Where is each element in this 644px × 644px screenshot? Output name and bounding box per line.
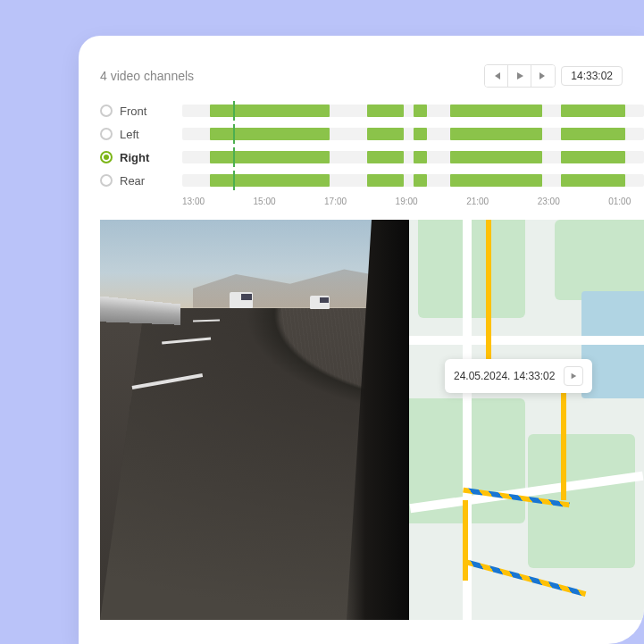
- map-park: [418, 220, 525, 318]
- recording-segment: [450, 105, 542, 117]
- time-axis: 13:0015:0017:0019:0021:0023:0001:00: [100, 197, 644, 209]
- time-tick: 23:00: [538, 197, 560, 206]
- recording-segment: [450, 128, 542, 140]
- channel-name: Right: [120, 151, 149, 164]
- time-tick: 19:00: [396, 197, 418, 206]
- time-tick: 13:00: [182, 197, 205, 206]
- recording-segment: [561, 174, 625, 187]
- recording-segment: [414, 105, 428, 117]
- lane-marking: [162, 338, 211, 345]
- playhead[interactable]: [233, 171, 235, 190]
- vehicle: [230, 292, 253, 308]
- map-view[interactable]: 24.05.2024. 14:33:02: [409, 220, 644, 620]
- recording-segment: [210, 128, 330, 140]
- channel-row: Left: [100, 123, 644, 145]
- channel-name: Front: [120, 105, 146, 118]
- lane-marking: [131, 373, 202, 389]
- recording-segment: [561, 151, 625, 163]
- channel-row: Rear: [100, 170, 644, 191]
- recording-segment: [210, 105, 330, 117]
- lane-marking: [193, 319, 220, 322]
- radio-icon: [100, 105, 113, 117]
- recording-segment: [210, 174, 330, 187]
- skip-back-button[interactable]: [485, 65, 508, 87]
- playhead[interactable]: [233, 147, 235, 167]
- play-button[interactable]: [508, 65, 531, 87]
- vehicle: [310, 296, 330, 309]
- skip-forward-button[interactable]: [531, 65, 555, 87]
- recording-segment: [210, 151, 330, 163]
- channel-timeline[interactable]: [182, 128, 644, 140]
- recording-segment: [367, 128, 404, 140]
- channel-row: Front: [100, 100, 644, 121]
- channel-count-label: 4 video channels: [100, 69, 194, 83]
- play-icon: [570, 372, 577, 380]
- recording-segment: [561, 105, 625, 117]
- channel-selector[interactable]: Right: [100, 151, 173, 164]
- channel-name: Rear: [120, 174, 145, 188]
- map-park: [555, 220, 644, 300]
- time-tick: 15:00: [254, 197, 276, 206]
- video-monitor-panel: 4 video channels 14:33:02 FrontLeftRight…: [79, 36, 644, 644]
- route-segment: [486, 220, 491, 372]
- channel-timeline[interactable]: [182, 105, 644, 117]
- panel-header: 4 video channels 14:33:02: [100, 64, 644, 88]
- playhead[interactable]: [233, 101, 235, 121]
- recording-segment: [414, 128, 428, 140]
- radio-icon: [100, 151, 113, 163]
- tooltip-play-button[interactable]: [564, 366, 583, 386]
- current-time: 14:33:02: [561, 66, 623, 86]
- skip-forward-icon: [539, 71, 548, 80]
- recording-segment: [414, 174, 428, 187]
- channel-selector[interactable]: Front: [100, 105, 173, 118]
- transport-buttons: [484, 64, 556, 88]
- radio-icon: [100, 128, 113, 140]
- recording-segment: [450, 174, 542, 187]
- play-icon: [515, 71, 524, 80]
- video-preview[interactable]: [100, 220, 409, 620]
- recording-segment: [450, 151, 542, 163]
- skip-back-icon: [492, 71, 501, 80]
- map-road: [409, 336, 644, 345]
- recording-segment: [367, 151, 404, 163]
- recording-segment: [414, 151, 428, 163]
- channel-selector[interactable]: Left: [100, 128, 173, 141]
- playback-controls: 14:33:02: [484, 64, 623, 88]
- channel-selector[interactable]: Rear: [100, 174, 173, 188]
- recording-segment: [367, 174, 404, 187]
- tooltip-timestamp: 24.05.2024. 14:33:02: [454, 370, 555, 382]
- time-axis-ticks: 13:0015:0017:0019:0021:0023:0001:00: [182, 197, 644, 209]
- channel-name: Left: [120, 128, 139, 141]
- playhead[interactable]: [233, 124, 235, 144]
- media-row: 24.05.2024. 14:33:02: [100, 220, 644, 620]
- map-tooltip: 24.05.2024. 14:33:02: [445, 359, 592, 393]
- time-tick: 01:00: [608, 197, 631, 206]
- time-tick: 21:00: [466, 197, 489, 206]
- recording-segment: [561, 128, 625, 140]
- channel-list: FrontLeftRightRear: [100, 100, 644, 191]
- recording-segment: [367, 105, 404, 117]
- route-segment: [463, 500, 468, 581]
- channel-timeline[interactable]: [182, 174, 644, 187]
- channel-row: Right: [100, 146, 644, 168]
- channel-timeline[interactable]: [182, 151, 644, 163]
- radio-icon: [100, 174, 113, 187]
- time-tick: 17:00: [324, 197, 347, 206]
